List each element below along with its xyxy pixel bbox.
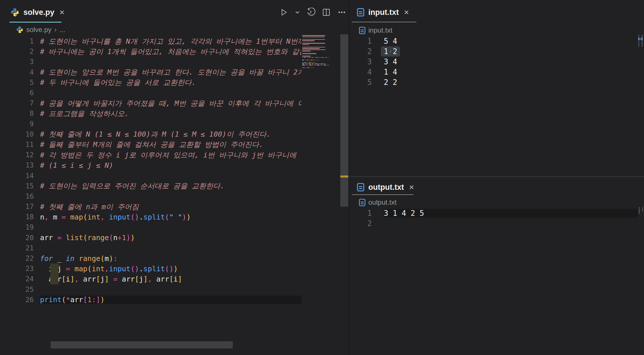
code-line: 17# 첫째 줄에 n과 m이 주어짐 — [11, 202, 301, 212]
tab-solve-py[interactable]: solve.py × — [10, 4, 66, 21]
text-file-icon — [359, 27, 365, 34]
code-text: arr[i], arr[j] = arr[j], arr[i] — [40, 275, 301, 283]
run-dropdown-chevron[interactable] — [294, 7, 301, 18]
line-number: 22 — [11, 254, 34, 262]
code-line: 3 — [11, 57, 301, 67]
line-number: 2 — [355, 47, 372, 56]
line-number: 6 — [11, 89, 34, 97]
text-content: 1·2 — [384, 47, 638, 56]
breadcrumb[interactable]: output.txt — [359, 198, 397, 206]
indent-highlight — [50, 264, 59, 284]
line-number: 7 — [11, 99, 34, 107]
code-line: 22for _ in range(m): — [11, 253, 301, 264]
scrollbar-yellow-marker — [340, 175, 348, 178]
text-file-icon — [359, 199, 365, 206]
editor-actions — [279, 7, 347, 18]
horizontal-scrollbar[interactable] — [51, 341, 233, 348]
line-number: 10 — [11, 130, 34, 138]
line-number: 3 — [11, 58, 34, 66]
code-text: # 첫째 줄에 n과 m이 주어짐 — [40, 202, 301, 212]
line-number: 15 — [11, 182, 34, 190]
code-line: 12# 각 방법은 두 정수 i j로 이루어져 있으며, i번 바구니와 j번… — [11, 150, 301, 160]
text-line: 41 4 — [355, 67, 638, 77]
code-text: i,j = map(int,input().split()) — [40, 265, 301, 273]
tab-input-txt[interactable]: input.txt × — [357, 4, 410, 21]
line-number: 4 — [355, 68, 372, 76]
active-tab-underline — [352, 194, 414, 195]
code-text: # 두 바구니에 들어있는 공을 서로 교환한다. — [40, 78, 301, 87]
line-number: 5 — [355, 78, 372, 87]
line-number: 20 — [11, 234, 34, 242]
line-number: 16 — [11, 192, 34, 200]
tab-label: output.txt — [368, 183, 404, 192]
tab-label: solve.py — [23, 8, 54, 17]
text-content: 3 1 4 2 5 — [384, 209, 638, 218]
code-line: 8# 프로그램을 작성하시오. — [11, 108, 301, 119]
active-tab-underline — [9, 22, 61, 23]
line-number: 1 — [355, 209, 372, 218]
line-number: 1 — [11, 37, 34, 45]
code-text: # 도현이는 앞으로 M번 공을 바꾸려고 한다. 도현이는 공을 바꿀 바구니… — [40, 67, 301, 77]
code-text: # 도현이는 입력으로 주어진 순서대로 공을 교환한다. — [40, 181, 301, 191]
chevron-right-icon: › — [54, 26, 57, 34]
output-text-surface[interactable]: 13 1 4 2 52 — [355, 208, 638, 229]
input-panel — [349, 0, 644, 176]
python-file-icon — [16, 26, 23, 33]
input-minimap[interactable]: 5 41 23 41 42 2 — [638, 35, 643, 47]
python-file-icon — [10, 8, 19, 17]
panel-sash[interactable] — [349, 176, 644, 177]
code-text: print(*arr[1:]) — [40, 296, 301, 304]
line-number: 24 — [11, 275, 34, 283]
tab-output-txt[interactable]: output.txt × — [357, 180, 415, 194]
minimap-line: 2 2 — [638, 45, 643, 47]
breadcrumb-file[interactable]: input.txt — [368, 26, 392, 34]
output-minimap[interactable]: 3 1 4 2 5 — [639, 208, 644, 214]
code-line: 25 — [11, 284, 301, 295]
line-number: 17 — [11, 203, 34, 211]
close-icon[interactable]: × — [408, 182, 415, 192]
timeline-history-icon[interactable] — [305, 7, 316, 18]
line-number: 8 — [11, 109, 34, 117]
editor-group: solve.py × — [0, 0, 349, 355]
code-line: 20arr = list(range(n+1)) — [11, 233, 301, 243]
input-text-surface[interactable]: 15 421·233 441 452 2 — [355, 36, 638, 87]
split-editor-icon[interactable] — [321, 7, 332, 18]
code-text: arr = list(range(n+1)) — [40, 234, 301, 242]
active-tab-underline — [352, 22, 416, 22]
close-icon[interactable]: × — [58, 7, 66, 17]
line-number: 14 — [11, 172, 34, 180]
breadcrumb[interactable]: input.txt — [359, 26, 392, 34]
code-line: 18n, m = map(int, input().split(" ")) — [11, 212, 301, 222]
line-number: 21 — [11, 244, 34, 252]
vertical-scrollbar[interactable] — [340, 34, 348, 207]
breadcrumb[interactable]: solve.py › ... — [16, 26, 65, 34]
text-line: 52 2 — [355, 77, 638, 87]
text-content: 1 4 — [384, 68, 638, 76]
close-icon[interactable]: × — [403, 7, 410, 17]
line-number: 13 — [11, 161, 34, 169]
code-line: 13# (1 ≤ i ≤ j ≤ N) — [11, 160, 301, 170]
line-number: 2 — [11, 47, 34, 55]
breadcrumb-more[interactable]: ... — [59, 26, 65, 34]
line-number: 11 — [11, 141, 34, 149]
editor-more-actions-icon[interactable] — [336, 7, 347, 18]
line-number: 2 — [355, 219, 372, 228]
code-line: 2# 바구니에는 공이 1개씩 들어있고, 처음에는 바구니에 적혀있는 번호와… — [11, 46, 301, 57]
line-number: 23 — [11, 265, 34, 273]
line-number: 1 — [355, 37, 372, 45]
code-text: # 바구니에는 공이 1개씩 들어있고, 처음에는 바구니에 적혀있는 번호와 … — [40, 47, 301, 56]
breadcrumb-file[interactable]: output.txt — [368, 198, 397, 206]
line-number: 9 — [11, 120, 34, 128]
tab-label: input.txt — [368, 8, 399, 17]
line-number: 4 — [11, 68, 34, 76]
code-text: # 둘째 줄부터 M개의 줄에 걸쳐서 공을 교환할 방법이 주어진다. — [40, 140, 301, 149]
run-button[interactable] — [279, 7, 289, 18]
text-file-icon — [357, 8, 364, 17]
code-text: # 프로그램을 작성하시오. — [40, 109, 301, 118]
code-line: 6 — [11, 88, 301, 98]
text-file-icon — [357, 183, 364, 192]
minimap[interactable] — [302, 35, 340, 68]
text-line: 2 — [355, 218, 638, 229]
breadcrumb-file[interactable]: solve.py — [26, 26, 51, 34]
selection-highlight: 1·2 — [381, 47, 400, 56]
